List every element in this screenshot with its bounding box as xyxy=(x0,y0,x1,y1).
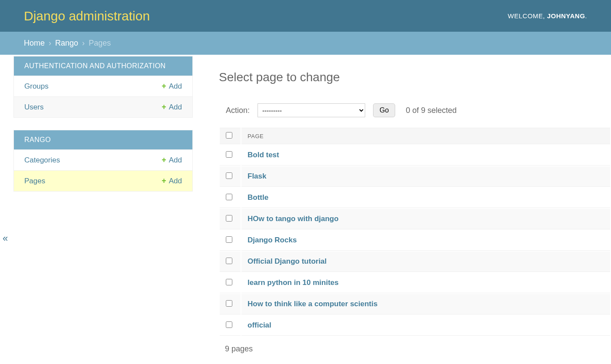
table-row: HOw to tango with django xyxy=(220,209,610,229)
row-checkbox-cell xyxy=(220,145,241,165)
breadcrumb-separator: › xyxy=(82,39,85,47)
row-checkbox[interactable] xyxy=(226,215,232,222)
select-all-checkbox[interactable] xyxy=(226,132,232,139)
row-cell: Django Rocks xyxy=(241,230,610,251)
row-checkbox-cell xyxy=(220,294,241,314)
row-checkbox[interactable] xyxy=(226,151,232,158)
add-label: Add xyxy=(169,82,182,91)
table-row: Official Django tutorial xyxy=(220,251,610,272)
header: Django administration WELCOME, JOHNYANG. xyxy=(0,0,611,32)
plus-icon: + xyxy=(162,103,166,112)
row-link[interactable]: HOw to tango with django xyxy=(248,215,339,223)
row-link[interactable]: official xyxy=(248,321,271,329)
row-cell: HOw to tango with django xyxy=(241,209,610,229)
main-content: Select page to change Action: --------- … xyxy=(193,55,611,361)
table-row: How to think like a computer scientis xyxy=(220,294,610,314)
site-title[interactable]: Django administration xyxy=(24,9,150,23)
row-link[interactable]: Bold test xyxy=(248,151,279,159)
sidebar: AUTHENTICATION AND AUTHORIZATIONGroups+A… xyxy=(13,56,193,361)
sidebar-module: AUTHENTICATION AND AUTHORIZATIONGroups+A… xyxy=(13,56,193,118)
row-checkbox-cell xyxy=(220,315,241,336)
go-button[interactable]: Go xyxy=(373,103,395,117)
model-row: Users+Add xyxy=(14,96,192,117)
table-row: Bold test xyxy=(220,145,610,165)
welcome-label: WELCOME, xyxy=(508,12,547,20)
row-cell: learn python in 10 minites xyxy=(241,273,610,293)
row-checkbox-cell xyxy=(220,273,241,293)
row-link[interactable]: Bottle xyxy=(248,193,268,202)
breadcrumb-current: Pages xyxy=(89,39,111,47)
add-link[interactable]: +Add xyxy=(162,156,182,165)
user-tools: WELCOME, JOHNYANG. xyxy=(508,12,587,20)
row-checkbox-cell xyxy=(220,209,241,229)
row-checkbox[interactable] xyxy=(226,321,232,328)
sidebar-module: RANGOCategories+AddPages+Add xyxy=(13,130,193,192)
breadcrumb-home[interactable]: Home xyxy=(24,39,45,47)
model-row: Groups+Add xyxy=(14,76,192,96)
username: JOHNYANG xyxy=(547,12,585,20)
row-cell: Bold test xyxy=(241,145,610,165)
table-row: Flask xyxy=(220,166,610,187)
actions-bar: Action: --------- Go 0 of 9 selected xyxy=(219,103,611,117)
model-row: Pages+Add xyxy=(14,170,192,191)
row-cell: Official Django tutorial xyxy=(241,251,610,272)
model-row: Categories+Add xyxy=(14,149,192,170)
action-label: Action: xyxy=(226,106,250,115)
plus-icon: + xyxy=(162,176,166,185)
row-checkbox-cell xyxy=(220,166,241,187)
model-link[interactable]: Pages xyxy=(24,177,45,185)
add-link[interactable]: +Add xyxy=(162,176,182,185)
table-row: Django Rocks xyxy=(220,230,610,251)
column-header-page[interactable]: PAGE xyxy=(241,128,610,144)
row-link[interactable]: Django Rocks xyxy=(248,236,297,244)
selection-count: 0 of 9 selected xyxy=(406,106,456,115)
row-checkbox-cell xyxy=(220,251,241,272)
table-row: Bottle xyxy=(220,188,610,208)
row-link[interactable]: learn python in 10 minites xyxy=(248,278,339,287)
module-header[interactable]: AUTHENTICATION AND AUTHORIZATION xyxy=(14,56,192,76)
row-cell: Bottle xyxy=(241,188,610,208)
add-link[interactable]: +Add xyxy=(162,103,182,112)
paginator: 9 pages xyxy=(219,337,611,361)
row-checkbox[interactable] xyxy=(226,300,232,307)
row-link[interactable]: Flask xyxy=(248,172,266,180)
changelist-table: PAGE Bold testFlaskBottleHOw to tango wi… xyxy=(219,127,611,337)
page-title: Select page to change xyxy=(219,70,611,84)
row-checkbox[interactable] xyxy=(226,172,232,179)
row-checkbox[interactable] xyxy=(226,194,232,200)
row-cell: How to think like a computer scientis xyxy=(241,294,610,314)
sidebar-collapse-toggle[interactable]: « xyxy=(3,233,8,244)
plus-icon: + xyxy=(162,82,166,91)
breadcrumb-app[interactable]: Rango xyxy=(55,39,78,47)
select-all-header xyxy=(220,128,241,144)
row-cell: Flask xyxy=(241,166,610,187)
model-link[interactable]: Categories xyxy=(24,156,60,165)
add-label: Add xyxy=(169,103,182,112)
model-link[interactable]: Users xyxy=(24,103,43,112)
row-checkbox[interactable] xyxy=(226,236,232,243)
add-label: Add xyxy=(169,156,182,165)
row-checkbox[interactable] xyxy=(226,279,232,285)
plus-icon: + xyxy=(162,156,166,165)
welcome-suffix: . xyxy=(585,12,587,20)
row-link[interactable]: Official Django tutorial xyxy=(248,257,327,265)
row-checkbox[interactable] xyxy=(226,258,232,264)
breadcrumb: Home › Rango › Pages xyxy=(0,32,611,55)
model-link[interactable]: Groups xyxy=(24,82,49,91)
row-link[interactable]: How to think like a computer scientis xyxy=(248,300,377,308)
table-row: learn python in 10 minites xyxy=(220,273,610,293)
row-checkbox-cell xyxy=(220,230,241,251)
action-select[interactable]: --------- xyxy=(258,103,365,117)
row-checkbox-cell xyxy=(220,188,241,208)
module-header[interactable]: RANGO xyxy=(14,130,192,149)
table-row: official xyxy=(220,315,610,336)
add-link[interactable]: +Add xyxy=(162,82,182,91)
row-cell: official xyxy=(241,315,610,336)
breadcrumb-separator: › xyxy=(49,39,51,47)
add-label: Add xyxy=(169,177,182,185)
